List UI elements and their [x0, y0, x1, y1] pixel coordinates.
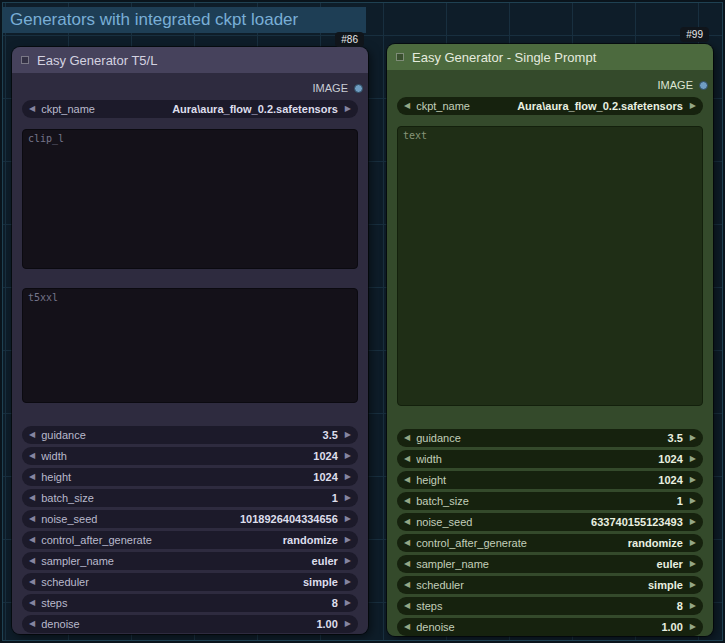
increment-arrow-icon[interactable]: ▶ [690, 560, 696, 568]
widget-row-width[interactable]: ◀ width 1024 ▶ [22, 447, 358, 465]
decrement-arrow-icon[interactable]: ◀ [404, 518, 410, 526]
decrement-arrow-icon[interactable]: ◀ [404, 602, 410, 610]
widget-row-batch-size[interactable]: ◀ batch_size 1 ▶ [397, 492, 703, 510]
decrement-arrow-icon[interactable]: ◀ [29, 536, 35, 544]
increment-arrow-icon[interactable]: ▶ [690, 434, 696, 442]
decrement-arrow-icon[interactable]: ◀ [29, 599, 35, 607]
increment-arrow-icon[interactable]: ▶ [690, 497, 696, 505]
widget-row-width[interactable]: ◀ width 1024 ▶ [397, 450, 703, 468]
increment-arrow-icon[interactable]: ▶ [690, 518, 696, 526]
decrement-arrow-icon[interactable]: ◀ [29, 105, 35, 113]
node-easy-generator-t5l[interactable]: #86 Easy Generator T5/L IMAGE ◀ ckpt_nam… [12, 47, 368, 634]
widget-row-batch-size[interactable]: ◀ batch_size 1 ▶ [22, 489, 358, 507]
node-easy-generator-single-prompt[interactable]: #99 Easy Generator - Single Prompt IMAGE… [387, 44, 713, 636]
increment-arrow-icon[interactable]: ▶ [345, 599, 351, 607]
widget-row-scheduler[interactable]: ◀ scheduler simple ▶ [22, 573, 358, 591]
node-body: IMAGE ◀ ckpt_name Aura\aura_flow_0.2.saf… [12, 73, 368, 634]
widget-value: 3.5 [668, 432, 683, 444]
increment-arrow-icon[interactable]: ▶ [345, 620, 351, 628]
widget-label: batch_size [41, 492, 332, 504]
widget-row-control-after-generate[interactable]: ◀ control_after_generate randomize ▶ [397, 534, 703, 552]
decrement-arrow-icon[interactable]: ◀ [404, 455, 410, 463]
decrement-arrow-icon[interactable]: ◀ [29, 557, 35, 565]
widget-row-control-after-generate[interactable]: ◀ control_after_generate randomize ▶ [22, 531, 358, 549]
widget-row-steps[interactable]: ◀ steps 8 ▶ [22, 594, 358, 612]
image-output-slot-icon[interactable] [699, 81, 708, 90]
increment-arrow-icon[interactable]: ▶ [345, 494, 351, 502]
node-header[interactable]: Easy Generator T5/L [12, 47, 368, 73]
node-id-badge: #99 [680, 27, 709, 42]
increment-arrow-icon[interactable]: ▶ [345, 431, 351, 439]
t5xxl-textarea[interactable]: t5xxl [22, 288, 358, 403]
widget-value: 1 [677, 495, 683, 507]
widget-label: height [41, 471, 313, 483]
decrement-arrow-icon[interactable]: ◀ [404, 102, 410, 110]
widget-row-guidance[interactable]: ◀ guidance 3.5 ▶ [397, 429, 703, 447]
collapse-icon[interactable] [396, 53, 404, 61]
decrement-arrow-icon[interactable]: ◀ [404, 539, 410, 547]
decrement-arrow-icon[interactable]: ◀ [404, 476, 410, 484]
increment-arrow-icon[interactable]: ▶ [345, 452, 351, 460]
widget-row-height[interactable]: ◀ height 1024 ▶ [22, 468, 358, 486]
decrement-arrow-icon[interactable]: ◀ [29, 452, 35, 460]
increment-arrow-icon[interactable]: ▶ [690, 102, 696, 110]
output-row: IMAGE [22, 79, 358, 97]
decrement-arrow-icon[interactable]: ◀ [29, 473, 35, 481]
image-output-slot-icon[interactable] [354, 84, 363, 93]
widget-value: 1.00 [316, 618, 337, 630]
widget-label: control_after_generate [416, 537, 628, 549]
decrement-arrow-icon[interactable]: ◀ [404, 623, 410, 631]
decrement-arrow-icon[interactable]: ◀ [404, 560, 410, 568]
widget-row-ckpt-name[interactable]: ◀ ckpt_name Aura\aura_flow_0.2.safetenso… [22, 100, 358, 118]
decrement-arrow-icon[interactable]: ◀ [404, 497, 410, 505]
widget-row-sampler-name[interactable]: ◀ sampler_name euler ▶ [397, 555, 703, 573]
widget-label: scheduler [41, 576, 303, 588]
decrement-arrow-icon[interactable]: ◀ [29, 494, 35, 502]
increment-arrow-icon[interactable]: ▶ [690, 602, 696, 610]
increment-arrow-icon[interactable]: ▶ [345, 578, 351, 586]
widget-value: 3.5 [323, 429, 338, 441]
increment-arrow-icon[interactable]: ▶ [690, 539, 696, 547]
widget-row-scheduler[interactable]: ◀ scheduler simple ▶ [397, 576, 703, 594]
widget-label: steps [416, 600, 677, 612]
decrement-arrow-icon[interactable]: ◀ [29, 515, 35, 523]
output-row: IMAGE [397, 76, 703, 94]
increment-arrow-icon[interactable]: ▶ [690, 623, 696, 631]
widget-row-steps[interactable]: ◀ steps 8 ▶ [397, 597, 703, 615]
widget-row-height[interactable]: ◀ height 1024 ▶ [397, 471, 703, 489]
node-editor-canvas[interactable]: Generators with integrated ckpt loader #… [0, 0, 725, 643]
node-header[interactable]: Easy Generator - Single Prompt [387, 44, 713, 70]
increment-arrow-icon[interactable]: ▶ [690, 581, 696, 589]
node-id-badge: #86 [335, 32, 364, 47]
widget-row-sampler-name[interactable]: ◀ sampler_name euler ▶ [22, 552, 358, 570]
increment-arrow-icon[interactable]: ▶ [345, 515, 351, 523]
increment-arrow-icon[interactable]: ▶ [690, 455, 696, 463]
widget-label: noise_seed [416, 516, 591, 528]
widget-row-ckpt-name[interactable]: ◀ ckpt_name Aura\aura_flow_0.2.safetenso… [397, 97, 703, 115]
widget-value: euler [312, 555, 338, 567]
decrement-arrow-icon[interactable]: ◀ [29, 431, 35, 439]
increment-arrow-icon[interactable]: ▶ [345, 473, 351, 481]
widget-row-noise-seed[interactable]: ◀ noise_seed 1018926404334656 ▶ [22, 510, 358, 528]
clip-l-textarea[interactable]: clip_l [22, 129, 358, 269]
widget-row-guidance[interactable]: ◀ guidance 3.5 ▶ [22, 426, 358, 444]
widget-value: 1018926404334656 [240, 513, 338, 525]
text-textarea[interactable]: text [397, 126, 703, 406]
collapse-icon[interactable] [21, 56, 29, 64]
widget-row-noise-seed[interactable]: ◀ noise_seed 633740155123493 ▶ [397, 513, 703, 531]
decrement-arrow-icon[interactable]: ◀ [404, 434, 410, 442]
increment-arrow-icon[interactable]: ▶ [345, 536, 351, 544]
widget-label: sampler_name [416, 558, 656, 570]
increment-arrow-icon[interactable]: ▶ [345, 105, 351, 113]
decrement-arrow-icon[interactable]: ◀ [29, 620, 35, 628]
widget-label: guidance [41, 429, 322, 441]
group-title[interactable]: Generators with integrated ckpt loader [2, 7, 366, 33]
widget-row-denoise[interactable]: ◀ denoise 1.00 ▶ [397, 618, 703, 636]
widget-row-denoise[interactable]: ◀ denoise 1.00 ▶ [22, 615, 358, 633]
increment-arrow-icon[interactable]: ▶ [690, 476, 696, 484]
increment-arrow-icon[interactable]: ▶ [345, 557, 351, 565]
widget-label: noise_seed [41, 513, 240, 525]
decrement-arrow-icon[interactable]: ◀ [404, 581, 410, 589]
decrement-arrow-icon[interactable]: ◀ [29, 578, 35, 586]
widget-value: Aura\aura_flow_0.2.safetensors [517, 100, 683, 112]
